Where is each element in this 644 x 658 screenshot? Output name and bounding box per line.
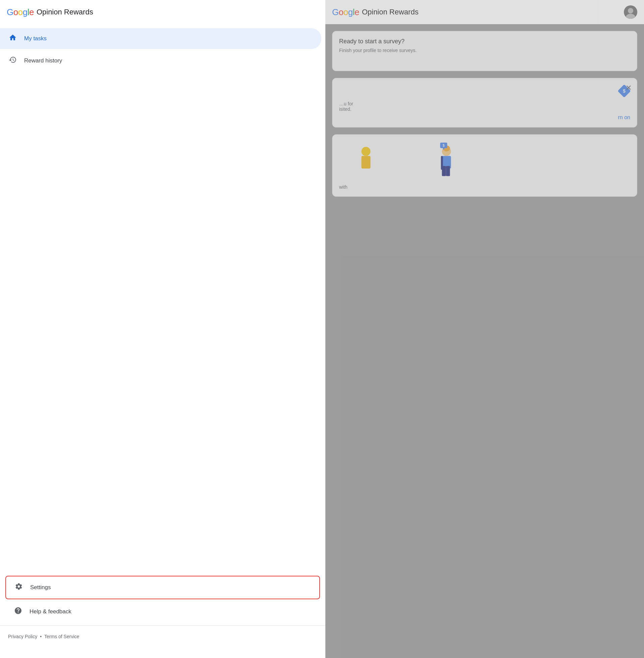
navigation-drawer: Google Opinion Rewards My tasks bbox=[0, 0, 325, 658]
settings-icon bbox=[14, 583, 23, 593]
drawer-nav-reward-history[interactable]: Reward history bbox=[0, 50, 321, 71]
drawer-overlay: Google Opinion Rewards My tasks bbox=[0, 0, 644, 658]
drawer-header: Google Opinion Rewards bbox=[0, 0, 325, 24]
drawer-footer-links: Privacy Policy • Terms of Service bbox=[0, 629, 325, 644]
drawer-bottom: Settings Help & feedback Privacy Policy … bbox=[0, 574, 325, 658]
drawer-divider bbox=[0, 626, 325, 626]
terms-of-service-link[interactable]: Terms of Service bbox=[44, 634, 79, 639]
drawer-nav-my-tasks[interactable]: My tasks bbox=[0, 28, 321, 49]
footer-separator: • bbox=[40, 634, 42, 639]
drawer-settings-label: Settings bbox=[30, 584, 51, 591]
drawer-settings-button[interactable]: Settings bbox=[5, 576, 320, 599]
drawer-nav: My tasks Reward history bbox=[0, 24, 325, 75]
drawer-nav-my-tasks-label: My tasks bbox=[24, 35, 47, 42]
drawer-help-label: Help & feedback bbox=[29, 608, 71, 615]
drawer-logo: Google Opinion Rewards bbox=[7, 7, 93, 18]
drawer-nav-reward-history-label: Reward history bbox=[24, 58, 62, 64]
drawer-help-button[interactable]: Help & feedback bbox=[5, 600, 320, 623]
help-icon bbox=[14, 607, 23, 617]
history-icon bbox=[8, 56, 18, 66]
drawer-backdrop[interactable] bbox=[325, 0, 644, 658]
drawer-app-name: Opinion Rewards bbox=[37, 8, 93, 17]
drawer-spacer bbox=[0, 75, 325, 574]
home-icon bbox=[8, 34, 18, 44]
drawer-google-logo: Google bbox=[7, 7, 34, 18]
privacy-policy-link[interactable]: Privacy Policy bbox=[8, 634, 37, 639]
